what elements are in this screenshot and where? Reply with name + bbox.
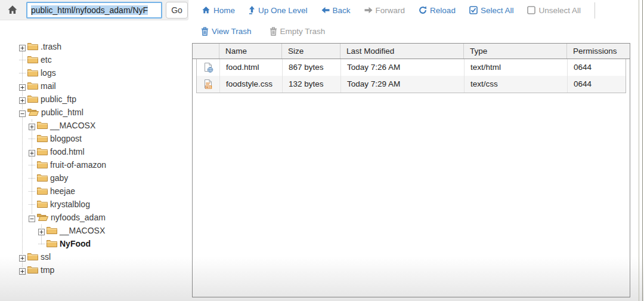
toolbar-item-label: Forward: [376, 6, 405, 15]
folder-closed-icon: [37, 173, 48, 183]
file-permissions: 0644: [568, 59, 626, 76]
toolbar-item-label: Empty Trash: [280, 27, 326, 36]
folder-closed-icon: [47, 239, 57, 249]
toolbar-divider: [595, 2, 595, 19]
folder-closed-icon: [27, 94, 38, 105]
file-row-foodstyle-css[interactable]: CSSfoodstyle.css132 bytesToday 7:29 AMte…: [197, 76, 626, 93]
folder-closed-icon: [37, 134, 48, 144]
address-bar: public_html/nyfoods_adam/NyF Go: [0, 0, 188, 20]
file-table-header: Name Size Last Modified Type Permissions: [193, 44, 630, 59]
tree-item-label: public_html: [41, 108, 83, 117]
folder-closed-icon: [37, 199, 48, 210]
tree-item-nyfood[interactable]: NyFood: [0, 237, 190, 250]
folder-closed-icon: [47, 226, 57, 236]
header-cell-icon: [193, 44, 219, 59]
tree-item-label: fruit-of-amazon: [50, 160, 106, 170]
toolbar-trash: View TrashEmpty Trash: [201, 24, 325, 38]
header-cell-modified[interactable]: Last Modified: [340, 44, 464, 59]
folder-open-icon: [27, 108, 39, 118]
tree-item--macosx[interactable]: __MACOSX: [0, 119, 190, 132]
header-cell-name[interactable]: Name: [219, 44, 282, 59]
toolbar-item-select-all[interactable]: Select All: [469, 6, 514, 15]
home-icon: [202, 6, 210, 14]
tree-item-public-ftp[interactable]: public_ftp: [0, 93, 190, 106]
folder-closed-icon: [37, 186, 48, 196]
html-file-icon: [203, 63, 213, 73]
tree-expand-icon[interactable]: [19, 254, 26, 260]
tree-item-label: __MACOSX: [60, 226, 105, 235]
tree-item-blogpost[interactable]: blogpost: [0, 132, 190, 145]
toolbar-item-label: View Trash: [212, 27, 252, 36]
tree-connector: [29, 191, 35, 192]
tree-connector: [19, 60, 26, 60]
tree-connector: [29, 165, 35, 165]
toolbar-item-empty-trash: Empty Trash: [270, 27, 326, 36]
tree-item-public-html[interactable]: public_html: [0, 106, 190, 119]
path-input[interactable]: public_html/nyfoods_adam/NyF: [26, 2, 162, 19]
window-right-edge: [639, 0, 639, 301]
tree-item-label: public_ftp: [41, 94, 76, 104]
tree-item-label: tmp: [41, 265, 54, 275]
right-arrow-icon: [364, 7, 373, 14]
file-name: food.html: [220, 59, 283, 76]
folder-closed-icon: [27, 252, 38, 262]
tree-connector: [29, 139, 35, 139]
header-cell-size[interactable]: Size: [282, 44, 340, 59]
tree-expand-icon[interactable]: [38, 228, 45, 234]
tree-item-heejae[interactable]: heejae: [0, 185, 190, 198]
reload-icon: [419, 6, 427, 14]
toolbar-item-back[interactable]: Back: [321, 6, 351, 15]
tree-item-tmp[interactable]: tmp: [0, 263, 190, 277]
tree-item-food-html[interactable]: food.html: [0, 145, 190, 158]
header-cell-type[interactable]: Type: [464, 44, 567, 59]
toolbar-item-label: Home: [213, 6, 235, 15]
tree-item-gaby[interactable]: gaby: [0, 171, 190, 185]
tree-collapse-icon[interactable]: [19, 109, 26, 116]
tree-expand-icon[interactable]: [19, 267, 26, 274]
home-directory-button[interactable]: [7, 5, 19, 16]
file-size: 867 bytes: [283, 59, 341, 76]
tree-item-logs[interactable]: logs: [0, 66, 190, 79]
file-icon-cell: CSS: [197, 76, 220, 93]
left-arrow-icon: [321, 7, 330, 14]
tree-expand-icon[interactable]: [19, 83, 26, 90]
tree-item-fruit-of-amazon[interactable]: fruit-of-amazon: [0, 158, 190, 171]
file-type: text/css: [465, 76, 568, 93]
tree-item-nyfoods-adam[interactable]: nyfoods_adam: [0, 211, 190, 224]
file-table-body: food.html867 bytesToday 7:26 AMtext/html…: [196, 59, 626, 93]
toolbar-item-reload[interactable]: Reload: [419, 6, 456, 15]
tree-item--trash[interactable]: .trash: [0, 40, 190, 53]
toolbar-item-label: Up One Level: [258, 6, 308, 15]
tree-item-krystalblog[interactable]: krystalblog: [0, 198, 190, 211]
tree-item-label: food.html: [50, 147, 85, 156]
tree-item-label: etc: [41, 55, 52, 64]
tree-expand-icon[interactable]: [19, 96, 26, 103]
path-input-selected-text: public_html/nyfoods_adam/NyF: [31, 5, 148, 15]
toolbar-item-up-one-level[interactable]: Up One Level: [249, 6, 308, 15]
tree-item-label: __MACOSX: [50, 121, 95, 130]
tree-item-etc[interactable]: etc: [0, 53, 190, 66]
tree-item-mail[interactable]: mail: [0, 79, 190, 93]
folder-closed-icon: [37, 147, 48, 157]
toolbar-item-label: Back: [333, 6, 351, 15]
window-right-edge: [642, 0, 643, 301]
tree-item-ssl[interactable]: ssl: [0, 250, 190, 263]
toolbar-item-view-trash[interactable]: View Trash: [201, 27, 252, 36]
tree-expand-icon[interactable]: [19, 44, 26, 50]
tree-item-label: blogpost: [50, 134, 82, 143]
tree-item--macosx[interactable]: __MACOSX: [0, 224, 190, 237]
tree-connector: [29, 204, 35, 205]
tree-item-label: krystalblog: [50, 199, 90, 209]
tree-expand-icon[interactable]: [29, 122, 35, 129]
file-manager-window: public_html/nyfoods_adam/NyF Go HomeUp O…: [0, 0, 644, 301]
toolbar-item-home[interactable]: Home: [202, 6, 235, 15]
checked-checkbox-icon: [469, 6, 478, 14]
tree-item-label: NyFood: [60, 239, 91, 248]
go-button[interactable]: Go: [166, 2, 188, 19]
svg-text:CSS: CSS: [205, 85, 210, 88]
tree-collapse-icon[interactable]: [29, 214, 35, 221]
tree-expand-icon[interactable]: [29, 149, 35, 155]
tree-item-label: mail: [41, 81, 56, 91]
header-cell-permissions[interactable]: Permissions: [567, 44, 630, 59]
file-row-food-html[interactable]: food.html867 bytesToday 7:26 AMtext/html…: [197, 59, 626, 76]
